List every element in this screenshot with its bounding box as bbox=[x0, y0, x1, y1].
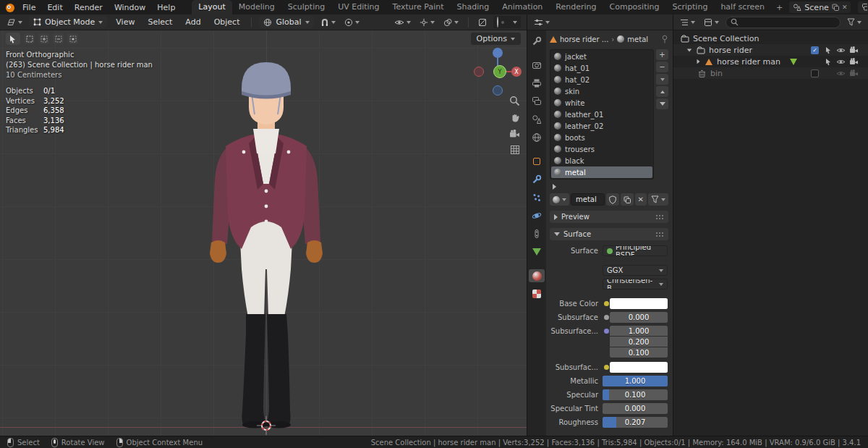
texture-tab-icon[interactable] bbox=[529, 287, 545, 300]
specular-slider[interactable]: 0.100 bbox=[603, 389, 668, 400]
material-slot[interactable]: skin bbox=[551, 85, 652, 97]
tab-layout[interactable]: Layout bbox=[192, 0, 231, 14]
disclosure-open-icon[interactable] bbox=[687, 48, 692, 51]
rider-model[interactable] bbox=[0, 30, 527, 436]
hide-toggle-eye-icon[interactable] bbox=[835, 70, 846, 77]
tab-uv-editing[interactable]: UV Editing bbox=[331, 0, 386, 14]
browse-material-button[interactable] bbox=[550, 193, 569, 206]
add-slot-button[interactable]: + bbox=[656, 49, 668, 60]
transform-orientation-dropdown[interactable]: Global bbox=[259, 16, 313, 28]
subsurface-slider[interactable]: 0.000 bbox=[610, 312, 668, 323]
material-slot-list[interactable]: jacket hat_01 hat_02 skin white leather_… bbox=[550, 49, 654, 179]
unlink-scene-button[interactable]: ✕ bbox=[842, 4, 848, 11]
add-workspace-button[interactable]: + bbox=[771, 1, 788, 14]
material-slot[interactable]: boots bbox=[551, 132, 652, 143]
surface-panel-header[interactable]: Surface bbox=[550, 228, 668, 240]
toggle-perspective-icon[interactable] bbox=[510, 145, 520, 155]
tab-scripting[interactable]: Scripting bbox=[665, 0, 714, 14]
collection-checkbox-unchecked[interactable] bbox=[809, 69, 820, 77]
material-slot[interactable]: hat_01 bbox=[551, 62, 652, 74]
slot-specials-button[interactable] bbox=[656, 74, 668, 85]
panel-grip-icon[interactable] bbox=[655, 232, 664, 237]
material-name-field[interactable]: metal bbox=[571, 193, 605, 206]
output-tab-icon[interactable] bbox=[529, 77, 545, 90]
radius-y-field[interactable]: 0.200 bbox=[610, 337, 668, 347]
constraints-tab-icon[interactable] bbox=[529, 227, 545, 240]
breadcrumb-object[interactable]: horse rider ... bbox=[560, 35, 608, 43]
tab-texture-paint[interactable]: Texture Paint bbox=[386, 0, 451, 14]
tab-animation[interactable]: Animation bbox=[495, 0, 549, 14]
proportional-editing-button[interactable] bbox=[342, 18, 362, 27]
tab-half-screen[interactable]: half screen bbox=[714, 0, 771, 14]
menu-render[interactable]: Render bbox=[69, 1, 108, 14]
xray-toggle[interactable] bbox=[476, 18, 489, 27]
gizmo-z-plus[interactable] bbox=[493, 48, 503, 58]
new-material-button[interactable] bbox=[621, 193, 634, 206]
editor-type-button[interactable] bbox=[4, 17, 25, 27]
material-tab-icon[interactable] bbox=[529, 269, 545, 282]
material-slot[interactable]: jacket bbox=[551, 51, 652, 62]
menu-file[interactable]: File bbox=[17, 1, 41, 14]
tab-compositing[interactable]: Compositing bbox=[603, 0, 666, 14]
preview-panel-header[interactable]: Preview bbox=[550, 211, 668, 223]
zoom-tool-icon[interactable] bbox=[509, 96, 520, 106]
mode-dropdown[interactable]: Object Mode bbox=[29, 16, 107, 28]
active-tool-select-box-button[interactable] bbox=[6, 33, 20, 45]
shading-solid-button[interactable] bbox=[501, 21, 504, 24]
unlink-material-button[interactable]: ✕ bbox=[635, 193, 647, 206]
hide-toggle-eye-icon[interactable] bbox=[835, 47, 846, 54]
render-toggle-camera-icon[interactable] bbox=[848, 46, 859, 54]
radius-x-field[interactable]: 1.000 bbox=[610, 326, 668, 336]
gizmos-dropdown[interactable] bbox=[417, 18, 437, 27]
base-color-swatch[interactable] bbox=[610, 298, 668, 309]
view-layer-selector[interactable]: View Layer ✕ bbox=[858, 1, 868, 13]
visibility-dropdown[interactable] bbox=[392, 19, 413, 26]
outliner-filter-button[interactable] bbox=[845, 18, 864, 26]
select-mode-extend-button[interactable] bbox=[38, 33, 49, 44]
menu-window[interactable]: Window bbox=[109, 1, 150, 14]
physics-tab-icon[interactable] bbox=[529, 209, 545, 222]
gizmo-x-minus[interactable] bbox=[475, 67, 484, 77]
menu-view[interactable]: View bbox=[111, 17, 139, 27]
pin-icon[interactable] bbox=[661, 35, 668, 43]
surface-shader-button[interactable]: Principled BSDF bbox=[603, 245, 668, 256]
radius-z-field[interactable]: 0.100 bbox=[610, 347, 668, 358]
object-tab-icon[interactable] bbox=[529, 155, 545, 168]
slot-detail-expander[interactable] bbox=[553, 183, 668, 191]
outliner-row-bin[interactable]: bin bbox=[673, 67, 868, 79]
move-slot-down-button[interactable] bbox=[656, 98, 668, 109]
subsurface-color-swatch[interactable] bbox=[610, 362, 668, 373]
menu-object[interactable]: Object bbox=[210, 17, 244, 27]
menu-add[interactable]: Add bbox=[181, 17, 205, 27]
material-slot[interactable]: hat_02 bbox=[551, 74, 652, 85]
material-slot[interactable]: black bbox=[551, 155, 652, 166]
particles-tab-icon[interactable] bbox=[529, 191, 545, 204]
subsurface-method-dropdown[interactable]: Christensen-B... bbox=[603, 279, 668, 289]
distribution-dropdown[interactable]: GGX bbox=[603, 265, 668, 276]
roughness-slider[interactable]: 0.207 bbox=[603, 417, 668, 428]
material-slot[interactable]: leather_01 bbox=[551, 109, 652, 120]
material-filter-button[interactable] bbox=[648, 193, 668, 206]
material-slot[interactable]: trousers bbox=[551, 143, 652, 155]
outliner-row-horse-rider[interactable]: horse rider ✓ bbox=[673, 44, 868, 56]
selectable-toggle-icon[interactable] bbox=[822, 46, 833, 54]
blender-logo-icon[interactable] bbox=[4, 1, 16, 14]
outliner-row-horse-rider-man[interactable]: horse rider man bbox=[673, 56, 868, 67]
world-tab-icon[interactable] bbox=[529, 131, 545, 144]
pan-tool-icon[interactable] bbox=[510, 113, 520, 123]
tab-modeling[interactable]: Modeling bbox=[232, 0, 281, 14]
outliner-display-mode-button[interactable] bbox=[702, 18, 721, 27]
move-slot-up-button[interactable] bbox=[656, 86, 668, 97]
panel-grip-icon[interactable] bbox=[655, 214, 664, 219]
tab-sculpting[interactable]: Sculpting bbox=[281, 0, 331, 14]
select-mode-new-button[interactable] bbox=[24, 33, 35, 44]
fake-user-button[interactable] bbox=[606, 193, 619, 206]
select-mode-subtract-button[interactable] bbox=[53, 33, 64, 44]
collection-checkbox[interactable]: ✓ bbox=[809, 46, 820, 54]
viewport-canvas[interactable]: Options Front Orthographic (263) Scene C… bbox=[0, 30, 527, 436]
render-toggle-camera-icon[interactable] bbox=[848, 69, 859, 77]
tab-rendering[interactable]: Rendering bbox=[549, 0, 603, 14]
camera-view-icon[interactable] bbox=[509, 130, 520, 138]
remove-slot-button[interactable]: − bbox=[656, 62, 668, 72]
render-tab-icon[interactable] bbox=[529, 59, 545, 72]
